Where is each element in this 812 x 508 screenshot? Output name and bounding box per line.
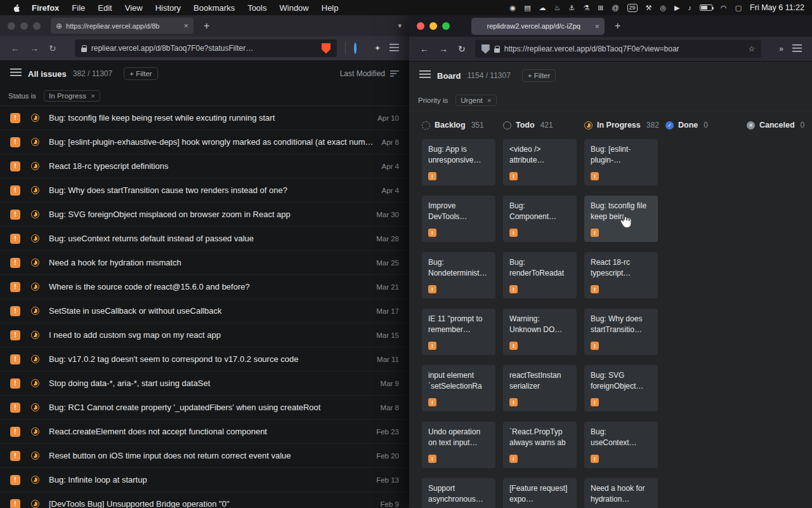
mention-icon[interactable]: @	[612, 4, 619, 11]
wifi-icon[interactable]: ◠	[721, 4, 727, 11]
tab-overflow-chevron-icon[interactable]: ▾	[398, 22, 402, 30]
new-tab-button[interactable]: +	[199, 20, 214, 32]
menu-icon[interactable]	[789, 44, 806, 54]
browser-tab[interactable]: replidraw2.vercel.app/d/c-iZpq ×	[471, 18, 605, 35]
beverage-icon[interactable]: ♨	[554, 4, 561, 11]
minimize-window-button[interactable]	[429, 22, 437, 30]
camera-icon[interactable]: ▤	[524, 4, 530, 11]
issue-card[interactable]: Bug: [eslint-plugin-…	[584, 139, 658, 185]
reload-button[interactable]: ↻	[454, 44, 470, 54]
menu-help[interactable]: Help	[315, 3, 345, 13]
close-window-button[interactable]	[8, 22, 15, 30]
close-tab-icon[interactable]: ×	[183, 21, 188, 30]
issue-card[interactable]: IE 11 "prompt to remember…	[422, 309, 495, 355]
cloud-icon[interactable]: ☁	[539, 4, 546, 11]
issue-card[interactable]: reactTestInstan serializer	[503, 365, 577, 411]
issue-card[interactable]: Bug: Why does startTransitio…	[584, 309, 658, 355]
issue-card[interactable]: Bug: Nondeterminist…	[422, 252, 495, 298]
brave-shield-icon[interactable]	[322, 43, 331, 54]
issue-row[interactable]: Bug: SVG foreignObject misplaced on brow…	[0, 203, 409, 227]
screen-record-icon[interactable]: ◉	[510, 4, 516, 11]
reload-button[interactable]: ↻	[44, 43, 61, 53]
menu-history[interactable]: History	[149, 3, 187, 13]
issue-card[interactable]: Bug: tsconfig file keep bein…	[584, 196, 658, 242]
filter-value-chip[interactable]: In Progress ×	[44, 90, 100, 102]
menu-tools[interactable]: Tools	[241, 3, 273, 13]
flask-icon[interactable]: ⚗	[583, 4, 589, 11]
build-icon[interactable]: ⚒	[646, 4, 652, 11]
issue-row[interactable]: Bug: v17.0.2 tag doesn't seem to corresp…	[0, 347, 409, 371]
issue-card[interactable]: Bug: Component…	[503, 196, 577, 242]
forward-button[interactable]: →	[435, 44, 452, 54]
reader-badge-icon[interactable]	[350, 44, 360, 53]
menu-window[interactable]: Window	[273, 3, 315, 13]
issue-row[interactable]: Bug: Why does startTransition cause two …	[0, 178, 409, 203]
menubar-app-name[interactable]: Firefox	[25, 3, 65, 13]
close-window-button[interactable]	[417, 22, 424, 30]
close-tab-icon[interactable]: ×	[594, 22, 599, 31]
zoom-window-button[interactable]	[442, 22, 450, 30]
back-button[interactable]: ←	[416, 44, 433, 54]
apple-logo-icon[interactable]	[8, 3, 25, 12]
issue-row[interactable]: React.createElement does not accept func…	[0, 420, 409, 444]
issue-row[interactable]: Reset button on iOS time input does not …	[0, 444, 409, 468]
grid-icon[interactable]: ⊞	[598, 4, 603, 11]
battery-icon[interactable]	[700, 4, 712, 11]
add-filter-button[interactable]: + Filter	[124, 67, 157, 80]
remove-filter-icon[interactable]: ×	[91, 92, 95, 100]
issue-row[interactable]: Bug: [eslint-plugin-exhaustive-deps] hoo…	[0, 130, 409, 154]
url-bar[interactable]: https://repliear.vercel.app/d/8bTaoq7F0e…	[475, 40, 762, 58]
issue-card[interactable]: `React.PropTyp always warns ab	[503, 422, 577, 468]
back-button[interactable]: ←	[6, 43, 24, 53]
issue-card[interactable]: Bug: useContext…	[584, 422, 658, 468]
issue-card[interactable]: Bug: App is unresponsive…	[422, 139, 495, 185]
menu-file[interactable]: File	[65, 3, 91, 13]
volume-icon[interactable]: ♪	[688, 4, 692, 11]
bookmark-star-icon[interactable]: ☆	[749, 44, 756, 53]
browser-tab[interactable]: ⊕ https://repliear.vercel.app/d/8b ×	[51, 18, 193, 34]
issue-card[interactable]: Bug: SVG foreignObject…	[584, 365, 658, 411]
tracking-protection-shield-icon[interactable]	[481, 44, 490, 54]
issue-card[interactable]: Undo operation on text input…	[422, 422, 495, 468]
minimize-window-button[interactable]	[20, 22, 28, 30]
issue-row[interactable]: Need a hook for hydration mismatch Mar 2…	[0, 251, 409, 275]
sidebar-toggle-icon[interactable]	[10, 68, 22, 79]
remove-filter-icon[interactable]: ×	[487, 97, 492, 104]
menu-view[interactable]: View	[119, 3, 149, 13]
zoom-window-button[interactable]	[33, 22, 41, 30]
url-bar[interactable]: repliear.vercel.app/d/8bTaoq7F0e?statusF…	[75, 39, 337, 57]
issue-row[interactable]: I need to add custom svg map on my react…	[0, 323, 409, 347]
issue-row[interactable]: [DevTools Bug] Unsupported Bridge operat…	[0, 492, 409, 508]
issue-card[interactable]: Support asynchronous…	[422, 478, 495, 508]
menu-edit[interactable]: Edit	[91, 3, 118, 13]
calendar-icon[interactable]: 29	[627, 4, 638, 12]
issue-row[interactable]: Bug: RC1 Cannot create property '_update…	[0, 396, 409, 420]
sort-control[interactable]: Last Modified	[340, 69, 399, 78]
issue-card[interactable]: input element `setSelectionRa	[422, 365, 495, 411]
target-icon[interactable]: ◎	[660, 4, 666, 11]
issue-card[interactable]: React 18-rc typescript…	[584, 252, 658, 298]
display-icon[interactable]: ▢	[735, 4, 742, 11]
forward-button[interactable]: →	[25, 43, 43, 53]
issue-row[interactable]: SetState in useCallback or without useCa…	[0, 299, 409, 323]
issue-row[interactable]: Where is the source code of react@15.6.0…	[0, 275, 409, 299]
issue-card[interactable]: <video /> attribute…	[503, 139, 577, 185]
issue-row[interactable]: Stop doing data-*, aria-*, start using d…	[0, 371, 409, 396]
filter-value-chip[interactable]: Urgent ×	[455, 95, 496, 106]
sidebar-toggle-icon[interactable]	[419, 70, 431, 81]
menu-bookmarks[interactable]: Bookmarks	[187, 3, 241, 13]
add-filter-button[interactable]: + Filter	[522, 69, 556, 82]
new-tab-button[interactable]: +	[610, 20, 625, 32]
overflow-chevrons-icon[interactable]: »	[775, 44, 787, 53]
issue-row[interactable]: Bug: Infinite loop at startup Feb 13	[0, 468, 409, 492]
play-icon[interactable]: ▶	[674, 4, 679, 11]
issue-card[interactable]: Bug: renderToReadat	[503, 252, 577, 298]
issue-row[interactable]: Bug: tsconfig file keep being reset whil…	[0, 106, 409, 130]
menubar-clock[interactable]: Fri May 6 11:22	[750, 3, 804, 12]
docker-icon[interactable]: ⚓	[568, 4, 575, 11]
issue-card[interactable]: Improve DevTools…	[422, 196, 495, 242]
issue-card[interactable]: Warning: Unknown DO…	[503, 309, 577, 355]
sparkle-icon[interactable]: ✦	[370, 44, 384, 53]
issue-row[interactable]: Bug: useContext returns default instead …	[0, 227, 409, 251]
issue-row[interactable]: React 18-rc typescript definitions Apr 4	[0, 154, 409, 178]
